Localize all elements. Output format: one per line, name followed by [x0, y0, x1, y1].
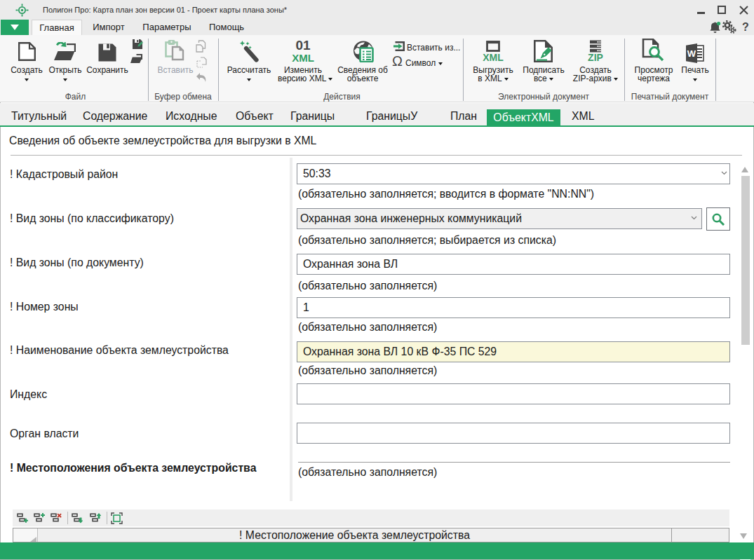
svg-text:XML: XML [292, 52, 314, 64]
svg-text:XML: XML [483, 52, 504, 62]
svg-text:W: W [687, 48, 696, 59]
svg-text:01: 01 [295, 39, 311, 53]
svg-text:ZIP: ZIP [588, 52, 603, 62]
